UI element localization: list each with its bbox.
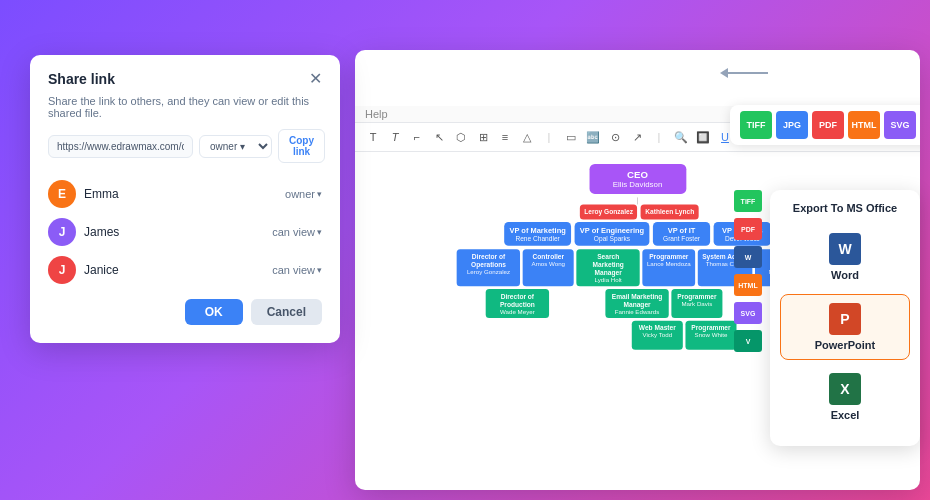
dir-search-mktg: Search Marketing Manager Lydia Holt	[576, 249, 639, 286]
shape-tool-icon[interactable]: ⬡	[451, 127, 471, 147]
avatar-janice: J	[48, 256, 76, 284]
lower-dir-prod: Director of Production Wade Meyer	[486, 289, 549, 318]
user-name-james: James	[84, 225, 119, 239]
ceo-title: CEO	[600, 169, 676, 180]
export-excel-item[interactable]: X Excel	[780, 364, 910, 430]
export-panel-title: Export To MS Office	[780, 202, 910, 214]
table-tool-icon[interactable]: ⊞	[473, 127, 493, 147]
user-row-janice: J Janice can view ▾	[48, 251, 322, 289]
dir-controller: Controller Amos Wong	[523, 249, 574, 286]
red-node-1: Kathleen Lynch	[641, 204, 699, 219]
export-jpg-btn[interactable]: JPG	[776, 111, 808, 139]
export-powerpoint-item[interactable]: P PowerPoint	[780, 294, 910, 360]
user-name-emma: Emma	[84, 187, 119, 201]
vp-row: VP of Marketing Rene Chandler VP of Engi…	[504, 222, 771, 246]
export-pdf-btn[interactable]: PDF	[812, 111, 844, 139]
text-tool-icon[interactable]: T	[363, 127, 383, 147]
excel-icon: X	[829, 373, 861, 405]
side-icon-tiff[interactable]: TIFF	[734, 190, 762, 212]
export-word-item[interactable]: W Word	[780, 224, 910, 290]
separator-tool: |	[539, 127, 559, 147]
export-html-btn[interactable]: HTML	[848, 111, 880, 139]
lower-email-mktg: Email Marketing Manager Fannie Edwards	[605, 289, 668, 318]
export-excel-label: Excel	[831, 409, 860, 421]
word-icon: W	[829, 233, 861, 265]
chevron-down-icon: ▾	[317, 189, 322, 199]
side-icon-html[interactable]: HTML	[734, 274, 762, 296]
font-tool-icon[interactable]: T	[385, 127, 405, 147]
select-tool-icon[interactable]: ↖	[429, 127, 449, 147]
export-word-label: Word	[831, 269, 859, 281]
cancel-button[interactable]: Cancel	[251, 299, 322, 325]
link-permission-select[interactable]: owner ▾ can view can edit	[199, 135, 272, 158]
avatar-james: J	[48, 218, 76, 246]
ceo-name: Ellis Davidson	[600, 180, 676, 189]
arrow-tool-icon[interactable]: ↗	[627, 127, 647, 147]
share-dialog: Share link ✕ Share the link to others, a…	[30, 55, 340, 343]
lowest-webmaster: Web Master Vicky Todd	[632, 321, 683, 350]
connector	[637, 197, 638, 204]
rect-tool-icon[interactable]: ▭	[561, 127, 581, 147]
director-row: Director of Operations Leroy Gonzalez Co…	[457, 249, 818, 286]
export-format-strip: TIFF JPG PDF HTML SVG W V P X PS EPS CSV	[730, 105, 920, 145]
dialog-actions: OK Cancel	[48, 299, 322, 325]
vp-marketing: VP of Marketing Rene Chandler	[504, 222, 571, 246]
vp-engineering: VP of Engineering Opal Sparks	[575, 222, 650, 246]
link-tool-icon[interactable]: ⊙	[605, 127, 625, 147]
arrow-line	[728, 72, 768, 74]
powerpoint-icon: P	[829, 303, 861, 335]
corner-tool-icon[interactable]: ⌐	[407, 127, 427, 147]
dir-programmer1: Programmer Lance Mendoza	[642, 249, 695, 286]
close-button[interactable]: ✕	[309, 71, 322, 87]
share-dialog-header: Share link ✕	[48, 71, 322, 87]
red-node-0: Leroy Gonzalez	[580, 204, 638, 219]
share-link-input[interactable]	[48, 135, 193, 158]
user-role-james[interactable]: can view ▾	[272, 226, 322, 238]
lowest-programmer3: Programmer Snow White	[685, 321, 736, 350]
separator2-tool: |	[649, 127, 669, 147]
lower-programmer2: Programmer Mark Davis	[671, 289, 722, 318]
side-icon-row: TIFF PDF W HTML SVG V	[734, 190, 762, 352]
export-tiff-btn[interactable]: TIFF	[740, 111, 772, 139]
share-dialog-title: Share link	[48, 71, 115, 87]
vp-it: VP of IT Grant Foster	[653, 222, 710, 246]
list-tool-icon[interactable]: ≡	[495, 127, 515, 147]
dir-ops: Director of Operations Leroy Gonzalez	[457, 249, 520, 286]
ceo-node: CEO Ellis Davidson	[589, 164, 686, 194]
side-icon-word[interactable]: W	[734, 246, 762, 268]
zoom-out-icon[interactable]: 🔲	[693, 127, 713, 147]
user-row-james: J James can view ▾	[48, 213, 322, 251]
chart-tool-icon[interactable]: △	[517, 127, 537, 147]
arrow-indicator	[720, 68, 768, 78]
user-name-janice: Janice	[84, 263, 119, 277]
export-powerpoint-label: PowerPoint	[815, 339, 876, 351]
chevron-down-icon-janice: ▾	[317, 265, 322, 275]
user-row-emma: E Emma owner ▾	[48, 175, 322, 213]
side-icon-pdf[interactable]: PDF	[734, 218, 762, 240]
export-svg-btn[interactable]: SVG	[884, 111, 916, 139]
avatar-emma: E	[48, 180, 76, 208]
user-role-emma[interactable]: owner ▾	[285, 188, 322, 200]
side-icon-svg[interactable]: SVG	[734, 302, 762, 324]
copy-link-button[interactable]: Copy link	[278, 129, 325, 163]
arrow-head-icon	[720, 68, 728, 78]
share-description: Share the link to others, and they can v…	[48, 95, 322, 119]
user-role-janice[interactable]: can view ▾	[272, 264, 322, 276]
red-nodes-row: Leroy Gonzalez Kathleen Lynch	[580, 204, 699, 219]
fill-tool-icon[interactable]: 🔤	[583, 127, 603, 147]
ok-button[interactable]: OK	[185, 299, 243, 325]
help-label: Help	[365, 108, 388, 120]
zoom-in-icon[interactable]: 🔍	[671, 127, 691, 147]
export-panel: TIFF PDF W HTML SVG V Export To MS Offic…	[770, 190, 920, 446]
share-link-row: owner ▾ can view can edit Copy link	[48, 129, 322, 163]
chevron-down-icon-james: ▾	[317, 227, 322, 237]
side-icon-vsd[interactable]: V	[734, 330, 762, 352]
